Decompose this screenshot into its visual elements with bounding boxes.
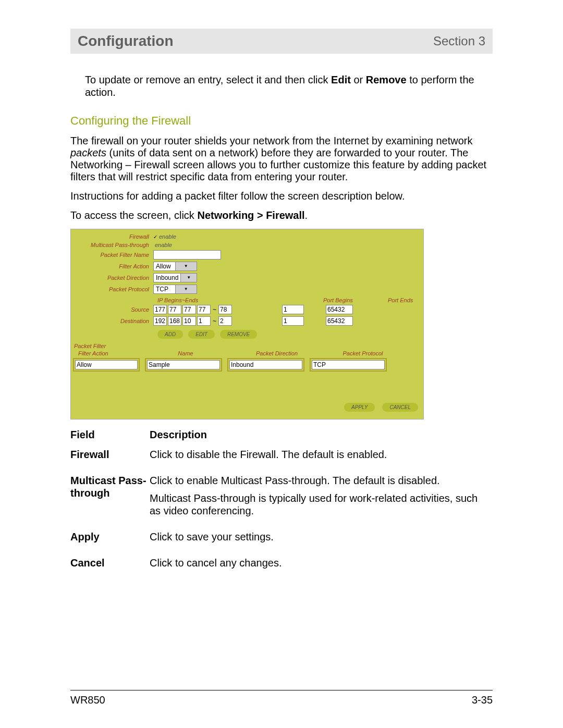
field-description-table: Field Description FirewallClick to disab… [70, 429, 493, 579]
intro-paragraph: To update or remove an entry, select it … [85, 73, 493, 98]
label-source: Source [75, 306, 153, 313]
page-header: Configuration Section 3 [70, 29, 493, 54]
dst-ip-2[interactable] [168, 316, 181, 326]
edit-button[interactable]: EDIT [188, 330, 215, 339]
row-direction[interactable] [229, 360, 302, 369]
footer-page: 3-35 [472, 694, 493, 706]
row-protocol[interactable] [312, 360, 385, 369]
col-name: Name [141, 350, 230, 356]
chevron-down-icon: ▼ [180, 274, 197, 282]
footer-divider [70, 690, 493, 690]
row-filter-action[interactable] [75, 360, 138, 369]
label-multicast: Multicast Pass-through [75, 242, 153, 248]
table-row: ApplyClick to save your settings. [70, 527, 493, 553]
label-pfname: Packet Filter Name [75, 252, 153, 258]
chapter-title: Configuration [78, 33, 174, 50]
th-description: Description [150, 429, 493, 445]
label-pprotocol: Packet Protocol [75, 286, 153, 292]
firewall-screenshot: Firewall ✓ enable Multicast Pass-through… [70, 229, 424, 419]
packet-filter-section-title: Packet Filter [71, 343, 423, 349]
src-port-begin[interactable] [282, 305, 304, 314]
page-footer: WR850 3-35 [70, 694, 493, 706]
field-name: Firewall [70, 445, 150, 471]
field-name: Cancel [70, 553, 150, 579]
src-ip-end[interactable] [218, 305, 232, 314]
dst-ip-1[interactable] [153, 316, 167, 326]
th-field: Field [70, 429, 150, 445]
col-packet-protocol: Packet Protocol [324, 350, 402, 356]
packet-filter-name-input[interactable] [153, 250, 221, 260]
field-name: Apply [70, 527, 150, 553]
packet-direction-select[interactable]: Inbound▼ [153, 273, 197, 282]
label-pdirection: Packet Direction [75, 275, 153, 281]
apply-button[interactable]: APPLY [344, 403, 375, 412]
src-ip-1[interactable] [153, 305, 167, 314]
tilde-icon: ~ [212, 317, 217, 325]
dst-ip-4[interactable] [197, 316, 211, 326]
table-row: CancelClick to cancel any changes. [70, 553, 493, 579]
tilde-icon: ~ [212, 306, 217, 313]
label-firewall: Firewall [75, 233, 153, 240]
chevron-down-icon: ▼ [175, 262, 197, 270]
column-port-ends: Port Ends [388, 297, 419, 303]
add-button[interactable]: ADD [157, 330, 183, 339]
column-ip-range: IP Begins~Ends [157, 297, 219, 303]
table-row: Multicast Pass-throughClick to enable Mu… [70, 471, 493, 527]
packet-protocol-select[interactable]: TCP▼ [153, 285, 197, 294]
firewall-enable-label: enable [159, 233, 176, 240]
col-packet-direction: Packet Direction [230, 350, 324, 356]
section-label: Section 3 [433, 34, 485, 48]
src-ip-2[interactable] [168, 305, 181, 314]
dst-port-begin[interactable] [282, 316, 304, 326]
src-port-end[interactable] [326, 305, 353, 314]
dst-ip-end[interactable] [218, 316, 232, 326]
body-paragraph-2: Instructions for adding a packet filter … [70, 190, 493, 202]
field-description: Click to cancel any changes. [150, 553, 493, 579]
body-paragraph-1: The firewall on your router shields your… [70, 135, 493, 183]
cancel-button[interactable]: CANCEL [382, 403, 418, 412]
firewall-checkbox[interactable]: ✓ [153, 234, 157, 240]
field-description: Click to disable the Firewall. The defau… [150, 445, 493, 471]
col-filter-action: Filter Action [71, 350, 141, 356]
dst-ip-3[interactable] [182, 316, 196, 326]
table-row: FirewallClick to disable the Firewall. T… [70, 445, 493, 471]
remove-button[interactable]: REMOVE [220, 330, 257, 339]
field-name: Multicast Pass-through [70, 471, 150, 527]
label-faction: Filter Action [75, 263, 153, 269]
footer-model: WR850 [70, 694, 105, 706]
section-heading: Configuring the Firewall [70, 114, 493, 128]
src-ip-4[interactable] [197, 305, 211, 314]
filter-action-select[interactable]: Allow▼ [153, 262, 197, 271]
label-destination: Destination [75, 318, 153, 324]
dst-port-end[interactable] [326, 316, 353, 326]
chevron-down-icon: ▼ [175, 285, 197, 293]
src-ip-3[interactable] [182, 305, 196, 314]
field-description: Click to enable Multicast Pass-through. … [150, 471, 493, 527]
field-description: Click to save your settings. [150, 527, 493, 553]
multicast-enable-label: enable [155, 242, 172, 248]
packet-filter-row[interactable] [71, 358, 423, 372]
row-name[interactable] [147, 360, 220, 369]
column-port-begins: Port Begins [323, 297, 360, 303]
body-paragraph-3: To access the screen, click Networking >… [70, 209, 493, 221]
